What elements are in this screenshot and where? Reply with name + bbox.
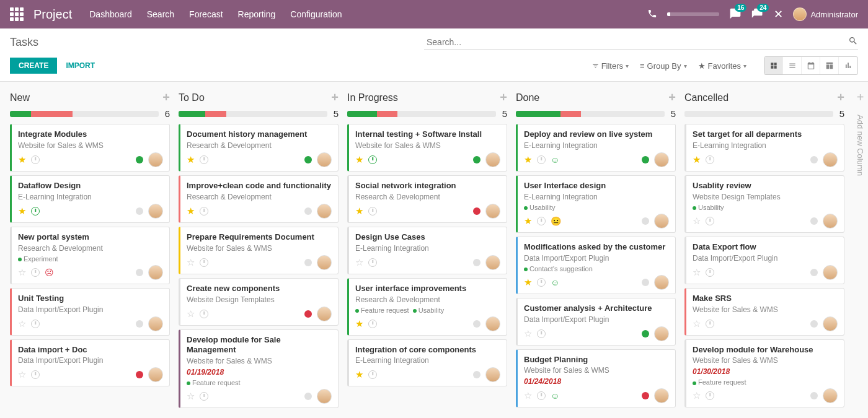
status-dot[interactable] bbox=[810, 320, 818, 328]
clock-icon[interactable] bbox=[537, 391, 546, 400]
kanban-card[interactable]: Develop module for WarehouseWebsite for … bbox=[684, 339, 844, 408]
status-dot[interactable] bbox=[304, 393, 312, 400]
menu-search[interactable]: Search bbox=[147, 9, 174, 19]
kanban-card[interactable]: Develop module for Sale ManagementWebsit… bbox=[179, 329, 339, 409]
clock-icon[interactable] bbox=[368, 320, 377, 328]
star-icon[interactable]: ★ bbox=[187, 206, 195, 217]
assignee-avatar[interactable] bbox=[823, 388, 838, 403]
kanban-card[interactable]: Dataflow DesignE-Learning Integration★ bbox=[10, 175, 170, 223]
kanban-card[interactable]: Unit TestingData Import/Export Plugin☆ bbox=[10, 288, 170, 336]
kanban-card[interactable]: Data import + DocData Import/Export Plug… bbox=[10, 339, 170, 387]
clock-icon[interactable] bbox=[368, 258, 377, 267]
groupby-menu[interactable]: ≡ Group By bbox=[640, 61, 687, 71]
add-card-icon[interactable]: + bbox=[837, 90, 844, 105]
search-icon[interactable] bbox=[848, 36, 858, 48]
kanban-card[interactable]: Data Export flowData Import/Export Plugi… bbox=[684, 237, 844, 284]
clock-icon[interactable] bbox=[31, 370, 40, 379]
star-icon[interactable]: ★ bbox=[18, 154, 26, 165]
assignee-avatar[interactable] bbox=[823, 316, 838, 331]
kanban-card[interactable]: Prepare Requirements DocumentWebsite for… bbox=[179, 227, 339, 274]
add-card-icon[interactable]: + bbox=[331, 90, 339, 105]
star-icon[interactable]: ☆ bbox=[524, 390, 532, 401]
status-dot[interactable] bbox=[642, 279, 649, 286]
assignee-avatar[interactable] bbox=[485, 255, 500, 270]
clock-icon[interactable] bbox=[368, 207, 377, 216]
star-icon[interactable]: ☆ bbox=[187, 257, 195, 268]
star-icon[interactable]: ☆ bbox=[693, 318, 701, 329]
assignee-avatar[interactable] bbox=[485, 367, 500, 382]
kanban-card[interactable]: Usablity reviewWebsite Design TemplatesU… bbox=[684, 175, 844, 233]
clock-icon[interactable] bbox=[31, 155, 40, 164]
kanban-card[interactable]: Customer analysis + ArchitectureData Imp… bbox=[516, 298, 676, 346]
status-dot[interactable] bbox=[642, 217, 649, 225]
kanban-card[interactable]: New portal systemResearch & DevelopmentE… bbox=[10, 227, 170, 284]
assignee-avatar[interactable] bbox=[485, 204, 500, 219]
star-icon[interactable]: ★ bbox=[524, 277, 532, 288]
clock-icon[interactable] bbox=[537, 155, 546, 164]
star-icon[interactable]: ★ bbox=[355, 206, 363, 217]
menu-forecast[interactable]: Forecast bbox=[189, 9, 223, 19]
search-input[interactable] bbox=[424, 35, 858, 50]
assignee-avatar[interactable] bbox=[823, 214, 838, 229]
star-icon[interactable]: ★ bbox=[524, 216, 532, 227]
kanban-card[interactable]: User Interface designE-Learning Integrat… bbox=[516, 175, 676, 233]
star-icon[interactable]: ★ bbox=[524, 154, 532, 165]
clock-icon[interactable] bbox=[200, 155, 208, 164]
kanban-card[interactable]: Budget PlanningWebsite for Sales & WMS01… bbox=[516, 349, 676, 408]
view-list[interactable] bbox=[783, 57, 802, 74]
star-icon[interactable]: ★ bbox=[187, 154, 195, 165]
clock-icon[interactable] bbox=[706, 391, 714, 400]
assignee-avatar[interactable] bbox=[317, 389, 332, 404]
kanban-card[interactable]: Modifications asked by the customerData … bbox=[516, 237, 676, 294]
clock-icon[interactable] bbox=[368, 370, 377, 379]
star-icon[interactable]: ☆ bbox=[18, 318, 26, 329]
view-kanban[interactable] bbox=[764, 57, 783, 74]
assignee-avatar[interactable] bbox=[148, 152, 163, 167]
assignee-avatar[interactable] bbox=[485, 152, 500, 167]
clock-icon[interactable] bbox=[706, 217, 714, 225]
status-dot[interactable] bbox=[473, 259, 480, 266]
status-dot[interactable] bbox=[810, 269, 818, 276]
assignee-avatar[interactable] bbox=[654, 388, 669, 403]
kanban-card[interactable]: Internal testing + Software InstallWebsi… bbox=[347, 124, 507, 172]
clock-icon[interactable] bbox=[200, 392, 208, 401]
status-dot[interactable] bbox=[473, 156, 480, 163]
star-icon[interactable]: ☆ bbox=[18, 267, 26, 278]
close-icon[interactable]: ✕ bbox=[774, 7, 783, 21]
star-icon[interactable]: ☆ bbox=[187, 308, 195, 320]
kanban-card[interactable]: Social network integrationResearch & Dev… bbox=[347, 175, 507, 223]
kanban-card[interactable]: Design Use CasesE-Learning Integration☆ bbox=[347, 227, 507, 274]
mood-icon[interactable]: ☺ bbox=[551, 277, 559, 287]
status-dot[interactable] bbox=[473, 371, 480, 378]
star-icon[interactable]: ☆ bbox=[524, 328, 532, 339]
status-dot[interactable] bbox=[136, 207, 143, 215]
status-dot[interactable] bbox=[136, 156, 143, 163]
kanban-card[interactable]: Improve+clean code and functionalityRese… bbox=[179, 175, 339, 223]
star-icon[interactable]: ★ bbox=[693, 154, 701, 165]
status-dot[interactable] bbox=[136, 371, 143, 378]
add-card-icon[interactable]: + bbox=[500, 90, 507, 105]
assignee-avatar[interactable] bbox=[654, 214, 669, 229]
clock-icon[interactable] bbox=[706, 155, 714, 164]
view-graph[interactable] bbox=[839, 57, 857, 74]
add-card-icon[interactable]: + bbox=[162, 90, 170, 105]
create-button[interactable]: CREATE bbox=[10, 58, 57, 74]
assignee-avatar[interactable] bbox=[654, 152, 669, 167]
assignee-avatar[interactable] bbox=[148, 367, 163, 382]
kanban-card[interactable]: Integrate ModulesWebsite for Sales & WMS… bbox=[10, 124, 170, 172]
status-dot[interactable] bbox=[304, 310, 312, 318]
add-column-icon[interactable]: + bbox=[853, 90, 867, 105]
status-dot[interactable] bbox=[304, 207, 312, 215]
star-icon[interactable]: ★ bbox=[355, 154, 363, 165]
star-icon[interactable]: ☆ bbox=[693, 267, 701, 278]
mood-icon[interactable]: 😐 bbox=[551, 216, 561, 226]
favorites-menu[interactable]: ★ Favorites bbox=[698, 61, 746, 71]
clock-icon[interactable] bbox=[537, 217, 546, 225]
clock-icon[interactable] bbox=[706, 268, 714, 277]
assignee-avatar[interactable] bbox=[148, 316, 163, 331]
status-dot[interactable] bbox=[642, 330, 649, 337]
assignee-avatar[interactable] bbox=[823, 265, 838, 280]
assignee-avatar[interactable] bbox=[317, 152, 332, 167]
mood-icon[interactable]: ☺ bbox=[551, 391, 559, 401]
menu-reporting[interactable]: Reporting bbox=[238, 9, 276, 19]
